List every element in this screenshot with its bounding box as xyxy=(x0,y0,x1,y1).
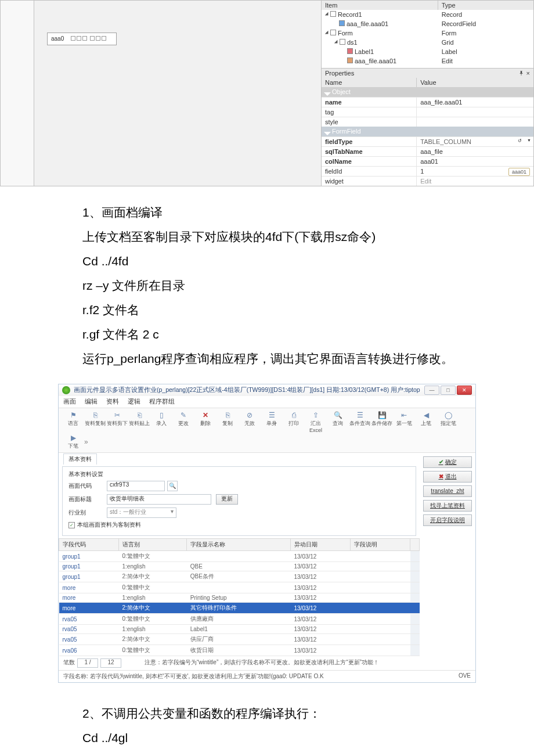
tree-row[interactable]: aaa_file.aaa01RecordField xyxy=(322,19,533,28)
prop-row-style[interactable]: style xyxy=(322,117,533,127)
table-row[interactable]: rva050:繁體中文供應廠商13/03/12 xyxy=(59,614,420,625)
search-icon[interactable]: 🔍 xyxy=(167,481,178,491)
prop-row-fieldid[interactable]: fieldId1aaa01 xyxy=(322,166,533,176)
toolbar-button[interactable]: ▶下笔 xyxy=(62,433,84,450)
toolbar-label: 录入 xyxy=(150,420,172,427)
quit-button[interactable]: ✖退出 xyxy=(423,471,472,483)
tree-header-type: Type xyxy=(438,1,533,10)
translate-button[interactable]: translate_zht xyxy=(423,485,472,497)
toolbar-button[interactable]: ⎗资料贴上 xyxy=(128,411,150,433)
para-1: 1、画面档编译 xyxy=(58,200,493,225)
toolbar-button[interactable]: ✂资料剪下 xyxy=(106,411,128,433)
prop-row-tag[interactable]: tag xyxy=(322,107,533,117)
close-button[interactable]: ✕ xyxy=(457,386,472,395)
structure-tree[interactable]: Item Type Record1Record aaa_file.aaa01Re… xyxy=(322,1,533,69)
window-buttons: — □ ✕ xyxy=(424,386,472,395)
toolbar-label: 单身 xyxy=(261,420,283,427)
update-button[interactable]: 更新 xyxy=(216,494,238,505)
tree-row[interactable]: ds1Grid xyxy=(322,38,533,47)
col-date[interactable]: 异动日期 xyxy=(291,539,351,551)
toolbar-button[interactable]: ◯指定笔 xyxy=(437,411,459,433)
toolbar-label: 指定笔 xyxy=(437,420,459,427)
tree-header-item: Item xyxy=(322,1,438,10)
toolbar-button[interactable]: ☰条件查询 xyxy=(349,411,371,433)
toolbar-overflow[interactable]: » xyxy=(84,433,95,450)
minimize-button[interactable]: — xyxy=(424,386,439,395)
toolbar-button[interactable]: ⎘资料复制 xyxy=(84,411,106,433)
toolbar-button[interactable]: ✎更改 xyxy=(172,411,194,433)
toolbar-button[interactable]: ◀上笔 xyxy=(415,411,437,433)
prop-row-widget[interactable]: widgetEdit xyxy=(322,176,533,186)
menu-item[interactable]: 画面 xyxy=(63,398,76,405)
toolbar-button[interactable]: ☰单身 xyxy=(261,411,283,433)
table-footer: 笔数 1 / 12 注意：若字段编号为“wintitle”，则该行字段名称不可更… xyxy=(59,656,420,670)
last-record-button[interactable]: 找寻上笔资料 xyxy=(423,500,472,512)
pin-icon[interactable]: 🖈 × xyxy=(518,70,530,77)
prop-row-colname[interactable]: colNameaaa01 xyxy=(322,156,533,166)
expand-icon xyxy=(325,12,330,17)
document-body: 1、画面档编译 上传文档至客制目录下对应模块的4fd下(下载用sz命令) Cd … xyxy=(0,197,534,384)
para-10: r.c2 ccot001 xyxy=(58,750,493,756)
col-fieldcode[interactable]: 字段代码 xyxy=(59,539,119,551)
prop-row-name[interactable]: nameaaa_file.aaa01 xyxy=(322,97,533,107)
col-desc[interactable]: 字段说明 xyxy=(350,539,410,551)
table-row[interactable]: rva051:englishLabel113/03/12 xyxy=(59,625,420,634)
table-row[interactable]: more0:繁體中文13/03/12 xyxy=(59,582,420,593)
prop-row-sqltabname[interactable]: sqlTabNameaaa_file xyxy=(322,146,533,156)
table-row[interactable]: group11:englishQBE13/03/12 xyxy=(59,562,420,571)
code-label: 画面代码 xyxy=(68,482,107,490)
edit-icon xyxy=(347,57,353,63)
table-row[interactable]: group10:繁體中文13/03/12 xyxy=(59,551,420,562)
table-row[interactable]: group12:简体中文QBE条件13/03/12 xyxy=(59,571,420,582)
toolbar-icon: ✕ xyxy=(194,411,217,420)
col-display[interactable]: 字段显示名称 xyxy=(187,539,291,551)
canvas-element[interactable]: aaa0 xyxy=(47,33,117,45)
toolbar-button[interactable]: ⇤第一笔 xyxy=(393,411,415,433)
custom-checkbox[interactable]: ✓ xyxy=(68,522,75,528)
nav-pos-input[interactable]: 1 / xyxy=(77,658,98,668)
prop-group-object[interactable]: ◢Object xyxy=(322,87,533,97)
col-lang[interactable]: 语言别 xyxy=(118,539,186,551)
toolbar-button[interactable]: ✕删除 xyxy=(194,411,217,433)
revert-icon[interactable]: ↺ xyxy=(518,138,522,143)
toolbar-icon: ◯ xyxy=(437,411,459,420)
prop-row-fieldtype[interactable]: fieldTypeTABLE_COLUMN▼↺ xyxy=(322,136,533,146)
title-input[interactable]: 收货单明细表 xyxy=(107,494,211,505)
tab-basic[interactable]: 基本资料 xyxy=(63,453,97,465)
toolbar-icon: 🔍 xyxy=(327,411,349,420)
tree-row[interactable]: Record1Record xyxy=(322,10,533,19)
toolbar-button[interactable]: 🔍查询 xyxy=(327,411,349,433)
group-title: 基本资料设置 xyxy=(68,470,410,478)
toolbar-button[interactable]: ▯录入 xyxy=(150,411,172,433)
menu-item[interactable]: 编辑 xyxy=(85,398,98,405)
code-input[interactable]: cxfr9T3 xyxy=(107,481,165,491)
maximize-button[interactable]: □ xyxy=(441,386,456,395)
toolbar-icon: ⎗ xyxy=(128,411,150,420)
record-icon xyxy=(330,11,336,17)
industry-select[interactable]: std：一般行业 ▾ xyxy=(107,507,176,518)
toolbar-button[interactable]: ⎙打印 xyxy=(283,411,305,433)
toolbar-label: 资料剪下 xyxy=(106,420,128,427)
toolbar-button[interactable]: 💾条件储存 xyxy=(371,411,393,433)
menu-item[interactable]: 程序群组 xyxy=(149,398,175,405)
menu-item[interactable]: 逻辑 xyxy=(128,398,140,405)
tree-row[interactable]: aaa_file.aaa01Edit xyxy=(322,56,533,66)
table-row[interactable]: rva060:繁體中文收货日期13/03/12 xyxy=(59,645,420,656)
toolbar-button[interactable]: ⊘无效 xyxy=(239,411,261,433)
toolbar-label: 条件查询 xyxy=(349,420,371,427)
prop-group-formfield[interactable]: ◢FormField xyxy=(322,127,533,136)
tree-row[interactable]: FormForm xyxy=(322,28,533,38)
ok-button[interactable]: ✔确定 xyxy=(423,456,472,468)
open-help-button[interactable]: 开启字段说明 xyxy=(423,514,472,526)
tree-row[interactable]: Label1Label xyxy=(322,47,533,56)
table-row[interactable]: rva052:简体中文供应厂商13/03/12 xyxy=(59,634,420,645)
table-row[interactable]: more1:englishPrinting Setup13/03/12 xyxy=(59,593,420,603)
side-buttons: ✔确定 ✖退出 translate_zht 找寻上笔资料 开启字段说明 xyxy=(420,453,475,670)
menu-item[interactable]: 资料 xyxy=(106,398,119,405)
chevron-down-icon: ▾ xyxy=(171,508,174,514)
table-row[interactable]: more2:简体中文其它特殊打印条件13/03/12 xyxy=(59,603,420,614)
toolbar-button[interactable]: ⚑语言 xyxy=(62,411,84,433)
toolbar-button[interactable]: ⎘复制 xyxy=(217,411,239,433)
toolbar-button[interactable]: ⇪汇出Excel xyxy=(305,411,327,433)
dropdown-icon[interactable]: ▼ xyxy=(527,138,531,142)
